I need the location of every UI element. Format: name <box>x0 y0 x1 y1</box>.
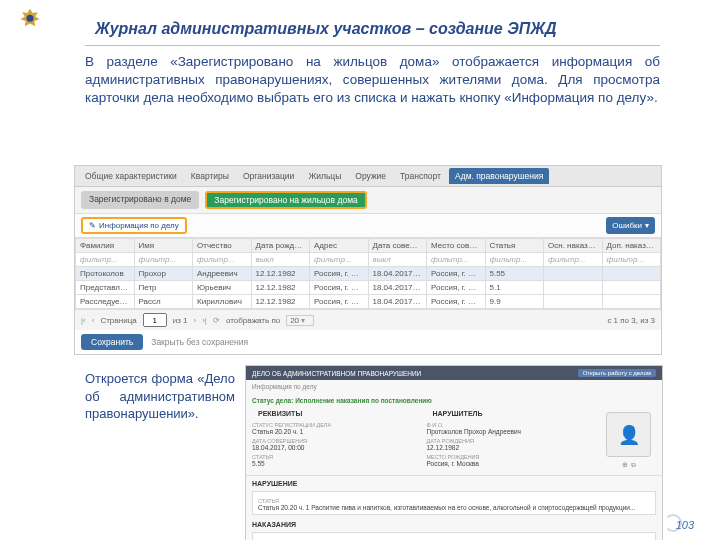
tab-2[interactable]: Организации <box>237 168 300 184</box>
page-input[interactable] <box>143 313 167 327</box>
filter-cell[interactable]: выкл <box>368 253 427 267</box>
filter-cell[interactable]: фильтр... <box>310 253 369 267</box>
violation-block: СТАТЬЯ Статья 20.20 ч. 1 Распитие пива и… <box>252 491 656 515</box>
per-page-select[interactable]: 20 ▾ <box>286 315 314 326</box>
table-cell: Россия, г. Мос... <box>310 267 369 281</box>
table-cell: Россия, г. Мос... <box>310 295 369 309</box>
errors-button[interactable]: Ошибки ▾ <box>606 217 655 234</box>
refresh-icon[interactable]: ⟳ <box>213 316 220 325</box>
table-cell: Расследуемый <box>76 295 135 309</box>
table-row[interactable]: РасследуемыйРасслКириллович12.12.1982Рос… <box>76 295 661 309</box>
table-cell: 5.1 <box>485 281 544 295</box>
table-cell: Россия, г. Мос... <box>310 281 369 295</box>
col-header[interactable]: Осн. наказание <box>544 239 603 253</box>
show-word: отображать по <box>226 316 280 325</box>
filter-cell[interactable]: фильтр... <box>485 253 544 267</box>
table-cell: Петр <box>134 281 193 295</box>
table-cell <box>544 295 603 309</box>
table-cell: 9.9 <box>485 295 544 309</box>
col-header[interactable]: Адрес <box>310 239 369 253</box>
table-cell: Россия, г. Мос... <box>427 281 486 295</box>
table-cell: 12.12.1982 <box>251 267 310 281</box>
tab-bar: Общие характеристикиКвартирыОрганизацииЖ… <box>75 166 661 187</box>
table-cell: Прохор <box>134 267 193 281</box>
case-header: ДЕЛО ОБ АДМИНИСТРАТИВНОМ ПРАВОНАРУШЕНИИ … <box>246 366 662 380</box>
table-row[interactable]: ПротоколовПрохорАндреевич12.12.1982Росси… <box>76 267 661 281</box>
page-last-icon[interactable]: ›| <box>202 316 207 325</box>
col-header[interactable]: Статья <box>485 239 544 253</box>
info-button-label: Информация по делу <box>99 221 179 230</box>
filter-cell[interactable]: фильтр... <box>134 253 193 267</box>
page-first-icon[interactable]: |‹ <box>81 316 86 325</box>
avatar-placeholder: 👤 <box>606 412 651 457</box>
chevron-down-icon: ▾ <box>645 221 649 230</box>
col-header[interactable]: Отчество <box>193 239 252 253</box>
table-cell: 18.04.2017 00:... <box>368 295 427 309</box>
col-header[interactable]: Имя <box>134 239 193 253</box>
view-photo-icon[interactable]: ⧉ <box>631 461 636 469</box>
violations-table: ФамилияИмяОтчествоДата рожденияАдресДата… <box>75 238 661 309</box>
table-cell: 12.12.1982 <box>251 295 310 309</box>
table-cell <box>602 267 661 281</box>
table-cell: 5.55 <box>485 267 544 281</box>
section-violator: НАРУШИТЕЛЬ <box>427 408 594 419</box>
emblem-icon <box>16 6 44 34</box>
filter-cell[interactable]: фильтр... <box>544 253 603 267</box>
table-cell: 12.12.1982 <box>251 281 310 295</box>
page-range: с 1 по 3, из 3 <box>607 316 655 325</box>
filter-cell[interactable]: фильтр... <box>602 253 661 267</box>
tab-5[interactable]: Транспорт <box>394 168 447 184</box>
field-value: 18.04.2017, 00:00 <box>252 444 419 451</box>
col-header[interactable]: Доп. наказание <box>602 239 661 253</box>
tab-3[interactable]: Жильцы <box>302 168 347 184</box>
table-cell: Протоколов <box>76 267 135 281</box>
table-cell: Кириллович <box>193 295 252 309</box>
col-header[interactable]: Дата соверш... <box>368 239 427 253</box>
page-next-icon[interactable]: › <box>194 316 197 325</box>
page-of: из 1 <box>173 316 188 325</box>
table-cell: 18.04.2017 00:... <box>368 267 427 281</box>
table-row[interactable]: Представляю...ПетрЮрьевич12.12.1982Росси… <box>76 281 661 295</box>
tab-6[interactable]: Адм. правонарушения <box>449 168 549 184</box>
field-value: Россия, г. Москва <box>427 460 594 467</box>
field-value: Протоколов Прохор Андреевич <box>427 428 594 435</box>
screenshot-journal: Общие характеристикиКвартирыОрганизацииЖ… <box>74 165 662 355</box>
case-avatar-col: 👤 ⊕ ⧉ <box>601 408 656 469</box>
add-photo-icon[interactable]: ⊕ <box>622 461 628 469</box>
section-punishment: НАКАЗАНИЯ <box>246 519 662 530</box>
status-value: Исполнение наказания по постановлению <box>295 397 432 404</box>
section-violation: НАРУШЕНИЕ <box>246 478 662 489</box>
filter-cell[interactable]: выкл <box>251 253 310 267</box>
subtab-bar: Зарегистрировано в домеЗарегистрировано … <box>75 187 661 214</box>
pager: |‹ ‹ Страница из 1 › ›| ⟳ отображать по … <box>75 309 661 330</box>
table-cell: Россия, г. Мос... <box>427 295 486 309</box>
filter-cell[interactable]: фильтр... <box>427 253 486 267</box>
subtab-0[interactable]: Зарегистрировано в доме <box>81 191 199 209</box>
filter-cell[interactable]: фильтр... <box>76 253 135 267</box>
tab-1[interactable]: Квартиры <box>185 168 235 184</box>
filter-cell[interactable]: фильтр... <box>193 253 252 267</box>
screenshot-case: ДЕЛО ОБ АДМИНИСТРАТИВНОМ ПРАВОНАРУШЕНИИ … <box>245 365 663 540</box>
case-header-title: ДЕЛО ОБ АДМИНИСТРАТИВНОМ ПРАВОНАРУШЕНИИ <box>252 370 421 377</box>
table-cell <box>544 281 603 295</box>
description-2: Откроется форма «Дело об административно… <box>85 370 235 423</box>
col-header[interactable]: Фамилия <box>76 239 135 253</box>
case-right-col: НАРУШИТЕЛЬ Ф.И.О.Протоколов Прохор Андре… <box>427 408 594 469</box>
svg-point-0 <box>27 15 34 22</box>
page-number: 103 <box>664 514 694 532</box>
table-cell: Россия, г. Мос... <box>427 267 486 281</box>
open-case-button[interactable]: Открыть работу с делом <box>578 369 656 377</box>
tab-0[interactable]: Общие характеристики <box>79 168 183 184</box>
subtab-1[interactable]: Зарегистрировано на жильцов дома <box>205 191 366 209</box>
errors-button-label: Ошибки <box>612 221 642 230</box>
cancel-button[interactable]: Закрыть без сохранения <box>151 337 248 347</box>
page-prev-icon[interactable]: ‹ <box>92 316 95 325</box>
save-button[interactable]: Сохранить <box>81 334 143 350</box>
toolbar: ✎ Информация по делу Ошибки ▾ <box>75 214 661 238</box>
col-header[interactable]: Место соверш... <box>427 239 486 253</box>
info-button[interactable]: ✎ Информация по делу <box>81 217 187 234</box>
case-left-col: РЕКВИЗИТЫ СТАТУС РЕГИСТРАЦИИ ДЕЛАСтатья … <box>252 408 419 469</box>
col-header[interactable]: Дата рождения <box>251 239 310 253</box>
status-label: Статус дела: <box>252 397 293 404</box>
tab-4[interactable]: Оружие <box>349 168 392 184</box>
